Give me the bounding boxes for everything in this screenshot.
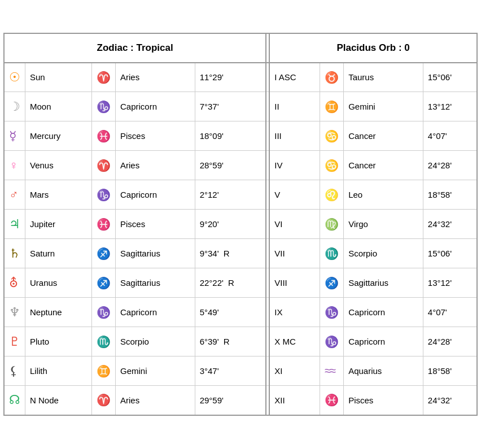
h11-sign-symbol: ≈≈: [320, 356, 344, 386]
mercury-sign-name: Pisces: [116, 121, 195, 151]
h4-sign-symbol: ♋: [320, 151, 344, 180]
saturn-sign-name: Sagittarius: [116, 239, 195, 268]
h7-sign-symbol: ♏: [320, 239, 344, 268]
table-row: ♃Jupiter♓Pisces9°20'VI♍Virgo24°32': [4, 210, 477, 239]
jupiter-sign-name: Pisces: [116, 210, 195, 239]
uranus-degree: 22°22' R: [195, 268, 266, 298]
table-row: ♄Saturn♐Sagittarius9°34' RVII♏Scorpio15°…: [4, 239, 477, 268]
table-row: ♀Venus♈Aries28°59'IV♋Cancer24°28': [4, 151, 477, 180]
h3-house-num: III: [269, 121, 320, 151]
venus-degree: 28°59': [195, 151, 266, 180]
neptune-degree: 5°49': [195, 298, 266, 327]
h11-house-num: XI: [269, 356, 320, 386]
table-row: ☿Mercury♓Pisces18°09'III♋Cancer4°07': [4, 121, 477, 151]
moon-name: Moon: [25, 92, 92, 121]
h8-sign-name: Sagittarius: [344, 268, 423, 298]
lilith-sign-symbol: ♊: [92, 356, 116, 386]
pluto-symbol: ♇: [4, 327, 25, 356]
moon-sign-name: Capricorn: [116, 92, 195, 121]
moon-symbol: ☽: [4, 92, 25, 121]
mars-sign-symbol: ♑: [92, 180, 116, 210]
h9-house-num: IX: [269, 298, 320, 327]
mars-sign-name: Capricorn: [116, 180, 195, 210]
table-row: ⚸Lilith♊Gemini3°47'XI≈≈Aquarius18°58': [4, 356, 477, 386]
neptune-sign-symbol: ♑: [92, 298, 116, 327]
h10-house-num: X MC: [269, 327, 320, 356]
h1-degree: 15°06': [423, 63, 477, 92]
h2-degree: 13°12': [423, 92, 477, 121]
sun-degree: 11°29': [195, 63, 266, 92]
saturn-degree: 9°34' R: [195, 239, 266, 268]
venus-name: Venus: [25, 151, 92, 180]
venus-sign-name: Aries: [116, 151, 195, 180]
jupiter-symbol: ♃: [4, 210, 25, 239]
nnode-symbol: ☊: [4, 386, 25, 415]
mars-name: Mars: [25, 180, 92, 210]
h6-house-num: VI: [269, 210, 320, 239]
sun-name: Sun: [25, 63, 92, 92]
jupiter-degree: 9°20': [195, 210, 266, 239]
pluto-sign-symbol: ♏: [92, 327, 116, 356]
saturn-sign-symbol: ♐: [92, 239, 116, 268]
uranus-sign-symbol: ♐: [92, 268, 116, 298]
h11-sign-name: Aquarius: [344, 356, 423, 386]
mercury-degree: 18°09': [195, 121, 266, 151]
h5-degree: 18°58': [423, 180, 477, 210]
h3-sign-name: Cancer: [344, 121, 423, 151]
h2-sign-name: Gemini: [344, 92, 423, 121]
table-row: ⛢Uranus♐Sagittarius22°22' RVIII♐Sagittar…: [4, 268, 477, 298]
h10-sign-symbol: ♑: [320, 327, 344, 356]
h5-sign-symbol: ♌: [320, 180, 344, 210]
table-row: ♇Pluto♏Scorpio6°39' RX MC♑Capricorn24°28…: [4, 327, 477, 356]
placidus-header: Placidus Orb : 0: [269, 33, 477, 63]
h2-house-num: II: [269, 92, 320, 121]
mercury-sign-symbol: ♓: [92, 121, 116, 151]
h6-sign-name: Virgo: [344, 210, 423, 239]
table-row: ♆Neptune♑Capricorn5°49'IX♑Capricorn4°07': [4, 298, 477, 327]
table-row: ☊N Node♈Aries29°59'XII♓Pisces24°32': [4, 386, 477, 415]
jupiter-name: Jupiter: [25, 210, 92, 239]
h5-house-num: V: [269, 180, 320, 210]
saturn-symbol: ♄: [4, 239, 25, 268]
h5-sign-name: Leo: [344, 180, 423, 210]
h4-degree: 24°28': [423, 151, 477, 180]
h12-degree: 24°32': [423, 386, 477, 415]
h1-sign-symbol: ♉: [320, 63, 344, 92]
h4-house-num: IV: [269, 151, 320, 180]
h7-degree: 15°06': [423, 239, 477, 268]
saturn-name: Saturn: [25, 239, 92, 268]
moon-degree: 7°37': [195, 92, 266, 121]
h9-sign-symbol: ♑: [320, 298, 344, 327]
h8-sign-symbol: ♐: [320, 268, 344, 298]
table-row: ☽Moon♑Capricorn7°37'II♊Gemini13°12': [4, 92, 477, 121]
h12-sign-name: Pisces: [344, 386, 423, 415]
h10-sign-name: Capricorn: [344, 327, 423, 356]
pluto-sign-name: Scorpio: [116, 327, 195, 356]
mercury-symbol: ☿: [4, 121, 25, 151]
h6-sign-symbol: ♍: [320, 210, 344, 239]
jupiter-sign-symbol: ♓: [92, 210, 116, 239]
h1-sign-name: Taurus: [344, 63, 423, 92]
venus-symbol: ♀: [4, 151, 25, 180]
table-row: ♂Mars♑Capricorn2°12'V♌Leo18°58': [4, 180, 477, 210]
mercury-name: Mercury: [25, 121, 92, 151]
h10-degree: 24°28': [423, 327, 477, 356]
sun-sign-name: Aries: [116, 63, 195, 92]
h9-degree: 4°07': [423, 298, 477, 327]
lilith-degree: 3°47': [195, 356, 266, 386]
pluto-name: Pluto: [25, 327, 92, 356]
h8-degree: 13°12': [423, 268, 477, 298]
h8-house-num: VIII: [269, 268, 320, 298]
mars-symbol: ♂: [4, 180, 25, 210]
pluto-degree: 6°39' R: [195, 327, 266, 356]
h3-sign-symbol: ♋: [320, 121, 344, 151]
h7-sign-name: Scorpio: [344, 239, 423, 268]
h11-degree: 18°58': [423, 356, 477, 386]
h6-degree: 24°32': [423, 210, 477, 239]
nnode-sign-name: Aries: [116, 386, 195, 415]
h7-house-num: VII: [269, 239, 320, 268]
h12-house-num: XII: [269, 386, 320, 415]
lilith-name: Lilith: [25, 356, 92, 386]
h1-house-num: I ASC: [269, 63, 320, 92]
moon-sign-symbol: ♑: [92, 92, 116, 121]
